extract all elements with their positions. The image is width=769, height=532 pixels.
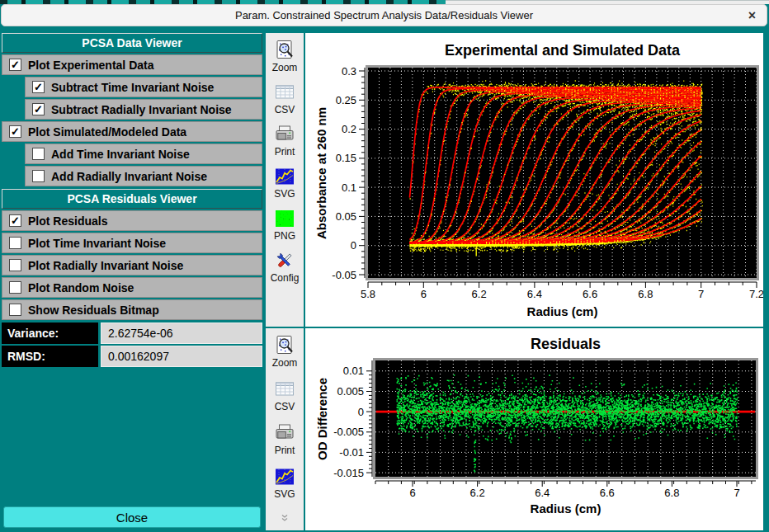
svg-text:6.4: 6.4 [535, 487, 550, 499]
checkbox-icon[interactable] [32, 170, 45, 182]
residuals-plot-canvas[interactable]: 66.26.46.66.870.010.0050-0.005-0.01-0.01… [305, 328, 763, 530]
zoom-document-icon [274, 335, 295, 356]
window-title: Param. Constrained Spectrum Analysis Dat… [2, 9, 767, 21]
tool-label: Zoom [272, 357, 298, 369]
checkbox-icon[interactable]: ✓ [32, 103, 45, 115]
tool-label: PNG [274, 230, 295, 242]
control-sidebar: PCSA Data Viewer ✓ Plot Experimental Dat… [2, 33, 262, 530]
svg-text:6.6: 6.6 [583, 288, 597, 300]
checkbox-icon[interactable]: ✓ [9, 59, 21, 71]
tool-config[interactable]: Config [271, 250, 300, 284]
plot1-title: Experimental and Simulated Data [368, 42, 757, 59]
rmsd-row: RMSD: 0.00162097 [2, 346, 262, 367]
plot2-x-axis-label: Radius (cm) [375, 501, 756, 516]
checkbox-label: Subtract Time Invariant Noise [51, 81, 214, 94]
tool-label: CSV [275, 104, 295, 115]
checkbox-plot-residuals[interactable]: ✓ Plot Residuals [2, 210, 262, 231]
title-bar[interactable]: Param. Constrained Spectrum Analysis Dat… [1, 4, 767, 26]
svg-chart-icon [274, 466, 295, 487]
tool-label: Zoom [272, 62, 298, 73]
tool-print[interactable]: Print [274, 124, 295, 158]
checkbox-plot-random-noise[interactable]: Plot Random Noise [2, 277, 262, 298]
checkbox-label: Subtract Radially Invariant Noise [51, 103, 232, 116]
chevron-double-down-icon[interactable] [279, 511, 290, 526]
svg-text:6.8: 6.8 [664, 487, 679, 499]
svg-text:0.05: 0.05 [336, 210, 356, 223]
plot1-y-axis-label: Absorbance at 260 nm [314, 107, 328, 239]
checkbox-add-time-invariant-noise[interactable]: Add Time Invariant Noise [25, 144, 262, 164]
section-header-pcsa-residuals-viewer: PCSA Residuals Viewer [2, 189, 262, 209]
residuals-plot-toolbar: Zoom CSV Print SVG [266, 328, 304, 530]
tool-zoom[interactable]: Zoom [272, 40, 298, 73]
checkbox-subtract-time-invariant-noise[interactable]: ✓ Subtract Time Invariant Noise [25, 77, 262, 97]
png-image-icon [274, 208, 295, 229]
checkbox-plot-simulated-modeled-data[interactable]: ✓ Plot Simulated/Modeled Data [2, 121, 262, 142]
config-tools-icon [274, 250, 295, 271]
close-button[interactable]: Close [3, 506, 261, 528]
checkbox-subtract-radially-invariant-noise[interactable]: ✓ Subtract Radially Invariant Noise [25, 99, 262, 120]
checkbox-label: Plot Experimental Data [28, 59, 154, 72]
tool-label: SVG [274, 488, 295, 500]
svg-text:6: 6 [421, 288, 427, 300]
rmsd-label: RMSD: [2, 346, 98, 367]
svg-text:6.8: 6.8 [638, 288, 653, 300]
tool-csv[interactable]: CSV [274, 379, 295, 412]
svg-text:0.1: 0.1 [342, 181, 356, 194]
printer-icon [274, 422, 295, 444]
svg-text:0.01: 0.01 [343, 365, 364, 377]
checkbox-icon[interactable]: ✓ [9, 214, 21, 227]
checkbox-plot-time-invariant-noise[interactable]: Plot Time Invariant Noise [2, 233, 262, 253]
tool-label: Print [275, 146, 295, 158]
tool-zoom[interactable]: Zoom [272, 335, 298, 369]
checkbox-label: Add Radially Invariant Noise [51, 170, 207, 183]
variance-value: 2.62754e-06 [101, 322, 262, 344]
svg-text:6: 6 [409, 487, 415, 499]
variance-row: Variance: 2.62754e-06 [2, 322, 262, 344]
svg-text:-0.005: -0.005 [333, 426, 364, 438]
plot2-title: Residuals [375, 336, 756, 353]
svg-text:7: 7 [698, 288, 704, 300]
checkbox-icon[interactable] [9, 259, 21, 271]
checkbox-icon[interactable] [9, 304, 21, 316]
checkbox-add-radially-invariant-noise[interactable]: Add Radially Invariant Noise [25, 166, 262, 186]
printer-icon [274, 124, 295, 145]
checkbox-plot-radially-invariant-noise[interactable]: Plot Radially Invariant Noise [2, 255, 262, 275]
csv-table-icon [274, 82, 295, 103]
checkbox-icon[interactable]: ✓ [9, 125, 21, 138]
svg-text:0.005: 0.005 [337, 385, 364, 398]
checkbox-label: Plot Simulated/Modeled Data [28, 125, 186, 139]
tool-label: Print [275, 445, 295, 456]
checkbox-label: Plot Time Invariant Noise [28, 237, 166, 250]
zoom-document-icon [274, 40, 295, 61]
svg-text:-0.05: -0.05 [332, 269, 356, 281]
checkbox-icon[interactable] [9, 281, 21, 294]
tool-print[interactable]: Print [274, 422, 295, 456]
section-header-pcsa-data-viewer: PCSA Data Viewer [2, 33, 262, 53]
variance-label: Variance: [2, 322, 98, 344]
tool-label: CSV [275, 401, 295, 412]
svg-text:0.3: 0.3 [342, 65, 356, 78]
plot2-y-axis-label: OD Difference [315, 378, 329, 460]
checkbox-label: Plot Residuals [28, 214, 107, 228]
checkbox-label: Plot Radially Invariant Noise [28, 259, 183, 272]
svg-text:6.6: 6.6 [600, 487, 615, 499]
checkbox-plot-experimental-data[interactable]: ✓ Plot Experimental Data [2, 54, 262, 75]
svg-text:6.4: 6.4 [527, 288, 542, 300]
rmsd-value: 0.00162097 [101, 346, 262, 367]
tool-label: SVG [274, 188, 295, 200]
tool-csv[interactable]: CSV [274, 82, 295, 115]
experimental-plot-canvas[interactable]: 5.866.26.46.66.877.20.30.250.20.150.10.0… [305, 33, 763, 327]
tool-png[interactable]: PNG [274, 208, 295, 242]
svg-text:-0.01: -0.01 [339, 446, 364, 459]
svg-text:7: 7 [734, 487, 739, 499]
checkbox-show-residuals-bitmap[interactable]: Show Residuals Bitmap [2, 299, 262, 320]
checkbox-icon[interactable]: ✓ [32, 81, 45, 93]
checkbox-icon[interactable] [9, 237, 21, 249]
tool-svg[interactable]: SVG [274, 166, 295, 200]
svg-text:0: 0 [351, 239, 356, 252]
svg-text:6.2: 6.2 [472, 288, 487, 300]
window-close-button[interactable]: × [748, 7, 756, 24]
svg-text:-0.015: -0.015 [333, 467, 364, 479]
tool-svg[interactable]: SVG [274, 466, 295, 500]
checkbox-icon[interactable] [32, 148, 45, 160]
